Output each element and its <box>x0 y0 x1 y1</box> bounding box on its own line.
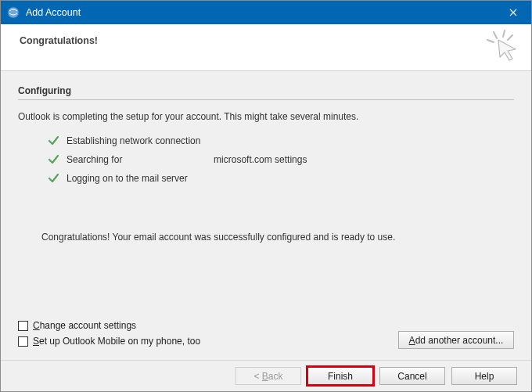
section-label: Configuring <box>18 85 514 96</box>
step-search-prefix: Searching for <box>66 154 125 165</box>
step-label: Logging on to the mail server <box>66 173 188 184</box>
accel: B <box>262 371 268 382</box>
checkbox-label: Change account settings <box>33 320 136 331</box>
help-button[interactable]: Help <box>451 367 517 385</box>
label: Finish <box>328 371 353 382</box>
window-close-button[interactable] <box>495 1 531 24</box>
wizard-body: Configuring Outlook is completing the se… <box>1 71 531 360</box>
label-rest: dd another account... <box>415 335 504 346</box>
checkbox-icon <box>18 321 28 331</box>
svg-line-1 <box>494 32 497 38</box>
options-area: Change account settings Set up Outlook M… <box>18 318 200 349</box>
cancel-button[interactable]: Cancel <box>379 367 445 385</box>
check-icon <box>48 154 59 165</box>
check-icon <box>48 135 59 146</box>
wizard-header: Congratulations! <box>1 24 531 71</box>
success-message: Congratulations! Your email account was … <box>41 232 514 243</box>
header-title: Congratulations! <box>20 35 512 46</box>
step-label: Searching for microsoft.com settings <box>66 154 307 165</box>
label-rest: et up Outlook Mobile on my phone, too <box>39 336 200 347</box>
svg-line-3 <box>503 31 505 37</box>
finish-button[interactable]: Finish <box>307 367 373 385</box>
accel: C <box>33 320 40 331</box>
button-bar: < Back Finish Cancel Help <box>1 360 531 391</box>
redacted-email <box>125 154 211 164</box>
back-prefix: < <box>253 371 261 382</box>
check-icon <box>48 173 59 184</box>
checkbox-icon <box>18 336 28 347</box>
cursor-click-icon <box>486 29 520 63</box>
svg-line-4 <box>508 35 512 40</box>
section-divider <box>18 99 514 100</box>
label-rest: ack <box>268 371 283 382</box>
label: Cancel <box>397 371 426 382</box>
app-icon <box>7 6 20 19</box>
close-icon <box>509 9 517 16</box>
setup-steps: Establishing network connection Searchin… <box>48 131 514 188</box>
label: Help <box>475 371 494 382</box>
title-bar: Add Account <box>1 1 531 24</box>
checkbox-label: Set up Outlook Mobile on my phone, too <box>33 336 200 347</box>
setup-outlook-mobile-checkbox[interactable]: Set up Outlook Mobile on my phone, too <box>18 333 200 349</box>
window-title: Add Account <box>26 7 495 18</box>
svg-line-2 <box>487 40 494 42</box>
svg-point-0 <box>8 7 19 18</box>
step-label: Establishing network connection <box>66 135 200 146</box>
add-another-account-button[interactable]: Add another account... <box>398 331 514 349</box>
step-network: Establishing network connection <box>48 131 514 150</box>
step-logon: Logging on to the mail server <box>48 169 514 188</box>
step-search: Searching for microsoft.com settings <box>48 150 514 169</box>
accel: A <box>409 335 415 346</box>
step-search-suffix: microsoft.com settings <box>214 154 307 165</box>
accel: S <box>33 336 39 347</box>
change-account-settings-checkbox[interactable]: Change account settings <box>18 318 200 333</box>
back-button: < Back <box>235 367 301 385</box>
add-another-area: Add another account... <box>398 331 514 349</box>
label-rest: hange account settings <box>40 320 136 331</box>
lead-text: Outlook is completing the setup for your… <box>18 111 514 122</box>
